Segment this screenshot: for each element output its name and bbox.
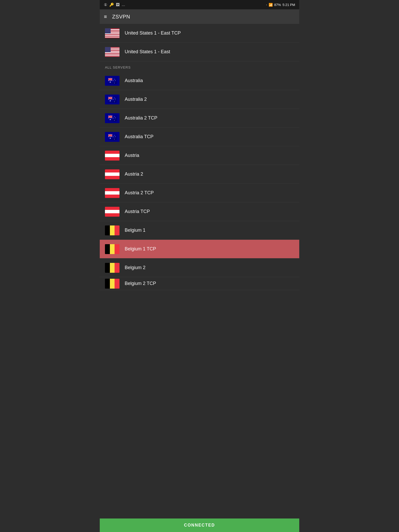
list-item[interactable]: Australia TCP [100, 128, 299, 146]
all-servers-section-header: ALL SERVERS [100, 61, 299, 71]
server-name: Belgium 1 [125, 228, 145, 233]
list-item[interactable]: Austria [100, 146, 299, 165]
flag-at [105, 151, 119, 161]
server-name: Austria [125, 153, 139, 158]
list-item-selected[interactable]: Belgium 1 TCP [100, 240, 299, 258]
server-name: Australia TCP [125, 134, 154, 139]
server-name: Austria TCP [125, 209, 150, 214]
key-icon: 🔑 [109, 3, 114, 7]
server-name: Australia [125, 78, 143, 83]
list-item[interactable]: Austria TCP [100, 202, 299, 221]
list-item[interactable]: Belgium 2 TCP [100, 277, 299, 290]
flag-us [105, 28, 119, 38]
list-item[interactable]: Austria 2 TCP [100, 184, 299, 202]
list-item[interactable]: Belgium 1 [100, 221, 299, 240]
status-bar-right: ⋅ 📶 87% 5:21 PM [266, 3, 295, 7]
flag-be [105, 279, 119, 289]
server-name: Austria 2 [125, 171, 143, 177]
list-item[interactable]: Belgium 2 [100, 258, 299, 277]
server-name: Australia 2 TCP [125, 115, 157, 121]
status-bar-left: ① 🔑 🖼 … [104, 3, 125, 7]
toolbar: ≡ ZSVPN [100, 9, 299, 24]
bluetooth-icon: ⋅ [266, 3, 267, 7]
flag-at [105, 188, 119, 198]
status-bar: ① 🔑 🖼 … ⋅ 📶 87% 5:21 PM [100, 0, 299, 9]
server-name: United States 1 - East TCP [125, 30, 181, 36]
connected-label: CONNECTED [184, 523, 215, 528]
flag-au [105, 76, 119, 86]
wifi-icon: 📶 [269, 3, 273, 7]
connected-bar[interactable]: CONNECTED [100, 518, 299, 532]
flag-be [105, 263, 119, 273]
list-item[interactable]: Australia 2 TCP [100, 109, 299, 128]
flag-at [105, 207, 119, 217]
server-name: Belgium 2 [125, 265, 145, 270]
flag-at [105, 169, 119, 179]
time-display: 5:21 PM [283, 3, 295, 7]
flag-au [105, 132, 119, 142]
image-icon: 🖼 [116, 3, 119, 7]
flag-au [105, 95, 119, 104]
server-name: Belgium 1 TCP [125, 246, 156, 252]
app-title: ZSVPN [112, 14, 130, 20]
server-name: Austria 2 TCP [125, 190, 154, 196]
list-item[interactable]: Australia [100, 71, 299, 90]
server-list-scroll: United States 1 - East TCP United States… [100, 24, 299, 532]
server-name: United States 1 - East [125, 49, 170, 55]
flag-us [105, 47, 119, 57]
hamburger-menu-icon[interactable]: ≡ [104, 14, 107, 20]
list-item[interactable]: United States 1 - East [100, 43, 299, 61]
flag-au [105, 113, 119, 123]
list-item[interactable]: Austria 2 [100, 165, 299, 184]
battery-text: 87% [274, 3, 281, 7]
more-icon: … [122, 3, 125, 7]
flag-be [105, 225, 119, 235]
server-name: Belgium 2 TCP [125, 281, 156, 286]
flag-be [105, 244, 119, 254]
list-item[interactable]: United States 1 - East TCP [100, 24, 299, 43]
notification-icon-1: ① [104, 3, 107, 7]
list-item[interactable]: Australia 2 [100, 90, 299, 109]
server-name: Australia 2 [125, 97, 147, 102]
